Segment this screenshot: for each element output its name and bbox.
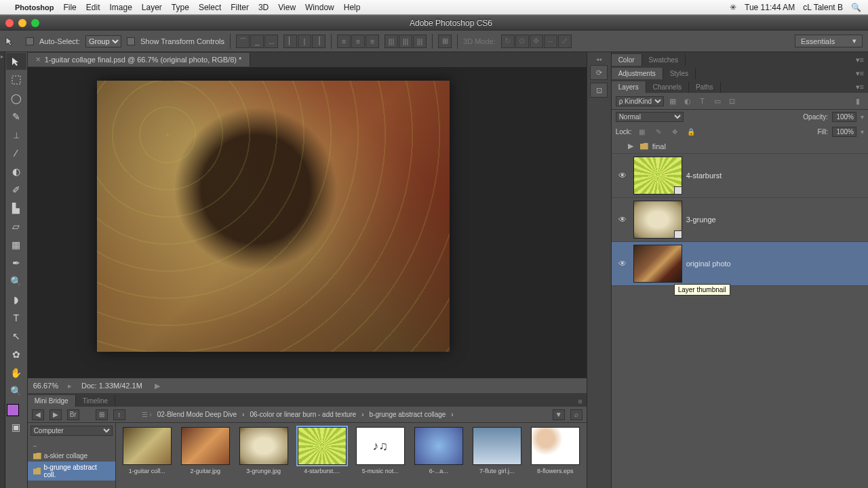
menu-type[interactable]: Type [172, 3, 189, 12]
spotlight-icon[interactable]: 🔍 [851, 3, 861, 12]
history-panel-icon[interactable]: ⟳ [590, 65, 608, 80]
collapsed-rail-left[interactable]: ▸ [0, 52, 5, 488]
filter-type-icon[interactable]: T [696, 96, 709, 106]
layer-group-name[interactable]: final [652, 142, 666, 150]
menu-layer[interactable]: Layer [142, 3, 162, 12]
mb-filter-icon[interactable]: ▼ [553, 409, 565, 420]
menu-3d[interactable]: 3D [258, 3, 269, 12]
foreground-swatch[interactable] [7, 404, 19, 416]
filter-adjustment-icon[interactable]: ◐ [682, 96, 694, 106]
menu-help[interactable]: Help [344, 3, 361, 12]
distribute-right-icon[interactable]: ||| [413, 35, 427, 48]
layer-row[interactable]: 👁3-grunge [612, 198, 868, 242]
path-select-tool[interactable]: ↖ [6, 327, 26, 344]
mb-thumbnail[interactable]: 1-guitar coll... [123, 427, 172, 484]
document-canvas[interactable] [97, 81, 450, 352]
tab-adjustments[interactable]: Adjustments [612, 68, 663, 79]
pen-tool[interactable]: ✒ [6, 254, 26, 271]
doc-size[interactable]: Doc: 1.33M/42.1M [81, 382, 142, 390]
user-name[interactable]: cL Talent B [803, 3, 843, 12]
mb-forward-button[interactable]: ▶ [50, 409, 62, 420]
distribute-vcenter-icon[interactable]: ≡ [351, 35, 365, 48]
mb-thumbnail[interactable]: 8-flowers.eps [531, 427, 580, 484]
distribute-bottom-icon[interactable]: ≡ [366, 35, 379, 48]
opacity-slider-icon[interactable]: ▾ [861, 113, 864, 121]
tab-color[interactable]: Color [612, 54, 642, 66]
document-tab[interactable]: × 1-guitar collage final.psd @ 66.7% (or… [28, 53, 251, 66]
panel-menu-icon[interactable]: ▾≡ [852, 68, 868, 79]
menu-window[interactable]: Window [305, 3, 334, 12]
layer-name[interactable]: 3-grunge [686, 216, 716, 224]
tab-channels[interactable]: Channels [646, 81, 689, 93]
zoom-window-button[interactable] [31, 19, 39, 27]
auto-select-dropdown[interactable]: Group [85, 35, 121, 47]
gradient-tool[interactable]: ▦ [6, 236, 26, 253]
tab-layers[interactable]: Layers [612, 81, 646, 93]
lock-position-icon[interactable]: ✥ [669, 126, 681, 137]
mb-thumbnail[interactable]: 3-grunge.jpg [239, 427, 288, 484]
lasso-tool[interactable]: ◯ [6, 89, 26, 106]
filter-smart-icon[interactable]: ⊡ [726, 96, 738, 106]
distribute-hcenter-icon[interactable]: ||| [399, 35, 412, 48]
menu-file[interactable]: File [63, 3, 76, 12]
move-tool[interactable] [6, 53, 26, 70]
clone-stamp-tool[interactable]: ▙ [6, 199, 26, 216]
sync-icon[interactable]: ✳ [730, 3, 736, 12]
lock-transparency-icon[interactable]: ▦ [636, 126, 648, 137]
tab-swatches[interactable]: Swatches [642, 54, 686, 66]
layer-thumbnail[interactable] [633, 157, 682, 195]
tab-timeline[interactable]: Timeline [76, 395, 115, 407]
quick-select-tool[interactable]: ✎ [6, 108, 26, 125]
layer-group-row[interactable]: ▶ final [612, 139, 868, 154]
layer-row[interactable]: 👁4-starburst [612, 154, 868, 198]
fill-input[interactable]: 100% [832, 127, 856, 137]
group-expand-icon[interactable]: ▶ [628, 142, 636, 150]
properties-panel-icon[interactable]: ⊡ [590, 83, 608, 98]
mb-folder-item[interactable]: b-grunge abstract coll. [28, 462, 115, 481]
status-arrow-icon[interactable]: ▸ [68, 382, 72, 390]
minimize-window-button[interactable] [18, 19, 26, 27]
eraser-tool[interactable]: ▱ [6, 218, 26, 235]
type-tool[interactable]: T [6, 309, 26, 326]
mb-folder-up[interactable]: .. [28, 439, 115, 450]
hand-tool[interactable]: ✋ [6, 364, 26, 381]
healing-brush-tool[interactable]: ◐ [6, 163, 26, 180]
mb-thumbnail[interactable]: 2-guitar.jpg [181, 427, 230, 484]
align-vcenter-icon[interactable]: ⎯ [250, 35, 264, 48]
mb-thumbnail[interactable]: 7-flute girl.j... [473, 427, 521, 484]
menu-edit[interactable]: Edit [86, 3, 100, 12]
layer-name[interactable]: 4-starburst [686, 171, 722, 180]
menu-view[interactable]: View [278, 3, 296, 12]
panel-menu-icon[interactable]: ▾≡ [852, 54, 868, 66]
mb-back-button[interactable]: ◀ [32, 409, 44, 420]
visibility-toggle[interactable]: 👁 [616, 215, 629, 224]
align-top-icon[interactable]: ⎴ [236, 35, 250, 48]
close-window-button[interactable] [5, 19, 14, 27]
tab-paths[interactable]: Paths [689, 81, 721, 93]
distribute-top-icon[interactable]: ≡ [337, 35, 351, 48]
panel-menu-icon[interactable]: ▾≡ [852, 81, 868, 93]
mb-thumbnail[interactable]: 5-music not... [356, 427, 405, 484]
show-transform-checkbox[interactable] [127, 37, 135, 45]
auto-select-checkbox[interactable] [26, 37, 34, 45]
status-play-icon[interactable]: ▶ [155, 382, 160, 390]
mb-sort-button[interactable]: ↕ [113, 409, 125, 420]
layer-thumbnail[interactable] [633, 201, 682, 239]
tab-mini-bridge[interactable]: Mini Bridge [28, 395, 76, 407]
visibility-toggle[interactable]: 👁 [616, 171, 629, 180]
layer-name[interactable]: original photo [686, 260, 731, 268]
breadcrumb-3[interactable]: b-grunge abstract collage [369, 411, 446, 418]
shape-tool[interactable]: ✿ [6, 346, 26, 363]
mb-thumbnail[interactable]: 6-...a... [414, 427, 463, 484]
mb-folder-item[interactable]: a-skier collage [28, 450, 115, 462]
align-hcenter-icon[interactable]: | [298, 35, 311, 48]
eyedropper-tool[interactable]: ⁄ [6, 144, 26, 161]
color-swatches[interactable] [5, 403, 27, 418]
filter-toggle-icon[interactable]: ▮ [852, 96, 864, 106]
quick-mask-toggle[interactable]: ▣ [6, 418, 26, 435]
crop-tool[interactable]: ⟂ [6, 126, 26, 143]
tab-styles[interactable]: Styles [663, 68, 696, 79]
mb-location-dropdown[interactable]: Computer [31, 426, 113, 436]
menu-select[interactable]: Select [199, 3, 221, 12]
fill-slider-icon[interactable]: ▾ [861, 128, 864, 136]
